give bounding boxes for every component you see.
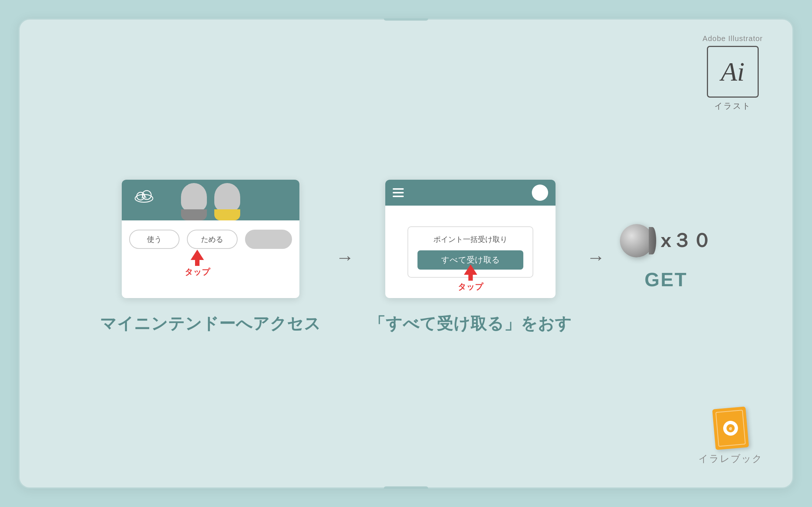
svg-rect-6 — [195, 260, 199, 266]
ai-top-label: Adobe Illustrator — [702, 34, 763, 43]
circle-icon — [532, 185, 548, 201]
get-label: GET — [645, 268, 688, 291]
coin-row: x３０ — [620, 224, 712, 257]
point-title: ポイント一括受け取り — [433, 234, 507, 244]
step1-box: 使う ためる タップ — [100, 180, 321, 335]
coin-icon — [620, 224, 653, 257]
svg-marker-5 — [191, 250, 204, 260]
phone2-header — [385, 180, 556, 206]
gray-button — [245, 230, 292, 249]
cloud-icon — [133, 187, 155, 205]
svg-marker-7 — [464, 264, 477, 275]
char2-head — [214, 183, 240, 211]
characters — [181, 183, 240, 220]
tap-text-1: タップ — [185, 267, 210, 278]
tap-indicator-1: タップ — [185, 250, 210, 278]
phone-mock-1: 使う ためる タップ — [122, 180, 299, 298]
phone-mock-2: ポイント一括受け取り すべて受け取る タップ — [385, 180, 556, 298]
tap-indicator-2: タップ — [458, 264, 483, 293]
step2-box: ポイント一括受け取り すべて受け取る タップ — [369, 180, 572, 335]
arrow-2: → — [587, 247, 605, 268]
content-area: 使う ためる タップ — [49, 64, 763, 450]
char2-body — [214, 209, 240, 220]
step2-tap-wrapper: タップ — [458, 264, 483, 293]
phone-header-1 — [122, 180, 299, 220]
tame-button[interactable]: ためる — [187, 230, 238, 249]
char1-body — [181, 209, 207, 220]
hamburger-line-3 — [393, 196, 404, 197]
tap-arrow-1 — [191, 250, 204, 266]
use-button[interactable]: 使う — [129, 230, 180, 249]
top-notch — [384, 18, 428, 21]
tap-arrow-2 — [464, 264, 477, 281]
steps-row: 使う ためる タップ — [49, 180, 763, 335]
step1-tap-wrapper: タップ — [185, 250, 210, 278]
bottom-notch — [384, 486, 428, 489]
char-2 — [214, 183, 240, 220]
svg-rect-8 — [468, 275, 473, 281]
illebook-label: イラレブック — [698, 452, 763, 465]
step3-box: x３０ GET — [620, 224, 712, 291]
phone-body-1: 使う ためる — [122, 220, 299, 254]
tap-text-2: タップ — [458, 281, 483, 293]
char-1 — [181, 183, 207, 220]
arrow-1: → — [336, 247, 354, 268]
step2-label: 「すべて受け取る」をおす — [369, 313, 572, 335]
main-card: Adobe Illustrator Ai イラスト e イラレブック — [19, 18, 793, 489]
char1-head — [181, 183, 207, 211]
x30-label: x３０ — [661, 228, 712, 254]
svg-point-3 — [137, 192, 144, 200]
step1-label: マイニンテンドーへアクセス — [100, 313, 321, 335]
hamburger-line-2 — [393, 192, 404, 193]
hamburger-line-1 — [393, 188, 404, 190]
hamburger-icon — [393, 188, 404, 197]
